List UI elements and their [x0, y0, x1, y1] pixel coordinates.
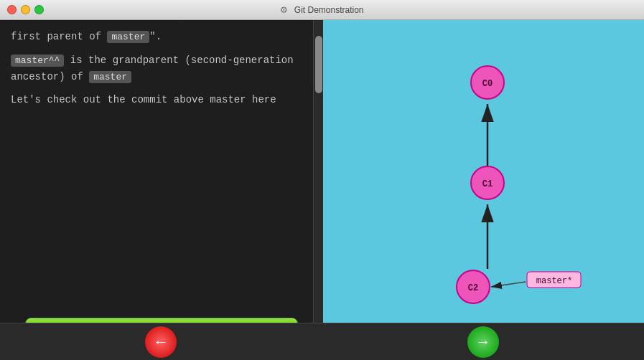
svg-text:C2: C2 [467, 283, 477, 293]
main-content: first parent of master". master^^ is the… [0, 20, 644, 360]
svg-text:C0: C0 [482, 79, 492, 89]
git-graph-container: C0 C1 C2 master* [347, 39, 620, 341]
git-graph-svg: C0 C1 C2 master* [347, 39, 620, 341]
back-button[interactable]: ← [145, 326, 177, 358]
title-bar: ⚙ Git Demonstration [0, 0, 644, 20]
p2-inline-code-2: master [89, 71, 131, 83]
p1-text-after: ". [149, 31, 162, 42]
forward-button[interactable]: → [467, 326, 499, 358]
p2-inline-code-1: master^^ [11, 55, 64, 67]
right-panel: C0 C1 C2 master* [323, 20, 644, 360]
left-panel: first parent of master". master^^ is the… [0, 20, 323, 360]
forward-arrow-icon: → [475, 333, 491, 351]
close-button[interactable] [7, 5, 17, 14]
maximize-button[interactable] [34, 5, 44, 14]
scrollbar[interactable] [313, 20, 323, 360]
text-area: first parent of master". master^^ is the… [0, 20, 323, 311]
svg-line-9 [491, 282, 526, 287]
p1-inline-code: master [107, 31, 149, 43]
p1-text-before: first parent of [11, 31, 107, 42]
window-title: ⚙ Git Demonstration [280, 5, 363, 15]
svg-text:master*: master* [536, 276, 571, 286]
bottom-navigation: ← → [0, 323, 644, 360]
window-controls [7, 5, 44, 14]
scrollbar-thumb[interactable] [315, 36, 322, 93]
minimize-button[interactable] [21, 5, 30, 14]
paragraph-2: master^^ is the grandparent (second-gene… [11, 52, 312, 85]
back-arrow-icon: ← [153, 333, 169, 351]
gear-icon: ⚙ [280, 5, 288, 15]
paragraph-3: Let's check out the commit above master … [11, 92, 312, 108]
paragraph-1: first parent of master". [11, 29, 312, 45]
svg-text:C1: C1 [482, 179, 492, 189]
